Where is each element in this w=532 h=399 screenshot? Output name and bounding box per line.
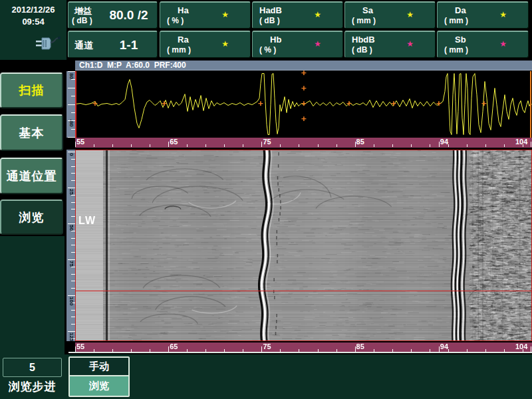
mode-browse-button[interactable]: 浏览 <box>70 376 128 396</box>
readout-name: Da <box>455 5 466 15</box>
x-axis-tick-label: 75 <box>263 342 271 350</box>
gain-cell[interactable]: 增益 ( dB ) 80.0 /2 <box>68 1 158 29</box>
channel-cell[interactable]: 通道 1-1 <box>68 31 158 58</box>
channel-value: 1-1 <box>100 38 157 53</box>
step-value: 5 <box>29 362 35 374</box>
readout-name: Sb <box>455 35 466 45</box>
readout-cell-ha: Ha ( % ) ★ <box>160 1 251 29</box>
status-star-icon: ★ <box>314 10 321 19</box>
y-axis-label: -80 <box>68 119 74 127</box>
readout-name: Hb <box>270 35 281 45</box>
readout-name: Ha <box>178 5 189 15</box>
menu-button-basic[interactable]: 基本 <box>0 114 63 151</box>
menu-sidebar: 扫描 基本 通道位置 浏览 <box>0 60 65 236</box>
gate-cross-marker: + <box>92 99 98 108</box>
x-axis-tick-label: 65 <box>170 138 178 146</box>
bscan-plot: LW <box>75 150 532 341</box>
readout-name: HbdB <box>352 35 375 45</box>
x-axis-tick-label: 55 <box>76 342 84 350</box>
readout-cell-ra: Ra ( mm ) ★ <box>160 31 251 58</box>
y-axis-tick-label: 50 <box>68 225 74 231</box>
wave-mode-label: LW <box>78 215 96 227</box>
ascan-left-cursor-line <box>75 71 76 138</box>
readout-name: Ra <box>178 35 189 45</box>
menu-button-label: 基本 <box>19 125 45 141</box>
menu-button-label: 浏览 <box>19 209 45 225</box>
gate-cross-marker: + <box>481 99 487 108</box>
y-axis-tick-label: 75 <box>68 261 74 267</box>
mode-group: 手动 浏览 <box>68 356 130 397</box>
status-star-icon: ★ <box>406 10 414 19</box>
gate-cross-marker: + <box>301 114 307 123</box>
gate-cross-marker: + <box>391 99 396 108</box>
x-axis-tick-label: 94 <box>440 138 448 146</box>
status-star-icon: ★ <box>314 39 321 49</box>
status-star-icon: ★ <box>499 10 507 19</box>
menu-button-label: 扫描 <box>19 82 45 98</box>
status-star-icon: ★ <box>406 39 414 49</box>
bscan-x-axis: 5565758594104 <box>75 342 532 352</box>
readout-unit: ( % ) <box>167 16 184 25</box>
x-axis-tick-label: 104 <box>515 138 527 146</box>
gate-cross-marker: + <box>258 99 263 108</box>
menu-button-channel-position[interactable]: 通道位置 <box>0 158 63 194</box>
readout-unit: ( mm ) <box>352 16 376 25</box>
readout-name: Sa <box>362 5 373 15</box>
y-axis-tick-label: 25 <box>68 189 74 195</box>
readout-unit: ( dB ) <box>352 45 372 55</box>
gate-cross-marker: + <box>346 99 352 108</box>
ascan-x-axis: 5565758594104 <box>75 138 532 148</box>
status-star-icon: ★ <box>221 39 229 49</box>
readout-cell-hbdb: HbdB ( dB ) ★ <box>344 31 436 58</box>
step-value-box[interactable]: 5 <box>3 358 62 377</box>
x-axis-tick-label: 55 <box>76 138 84 146</box>
readout-cell-sa: Sa ( mm ) ★ <box>344 1 436 29</box>
y-axis-tick-label: 125 <box>68 332 74 341</box>
gate-cross-marker: + <box>162 99 167 108</box>
gain-value: 80.0 /2 <box>100 8 157 23</box>
x-axis-tick-label: 94 <box>440 342 448 350</box>
y-axis-label: 80 <box>68 73 74 79</box>
readout-unit: ( mm ) <box>167 45 191 55</box>
date-text: 2012/12/26 <box>0 5 66 15</box>
x-axis-tick-label: 85 <box>356 342 364 350</box>
gate-cross-marker: + <box>301 68 307 77</box>
readout-unit: ( dB ) <box>259 16 280 25</box>
x-axis-tick-label: 75 <box>263 138 271 146</box>
y-axis-tick-label: 0 <box>68 153 74 156</box>
channel-label: 通道 <box>74 40 93 52</box>
y-axis-tick-label: 100 <box>68 297 74 305</box>
gate-cross-marker: + <box>301 84 307 92</box>
menu-button-scan[interactable]: 扫描 <box>0 72 63 108</box>
menu-button-label: 通道位置 <box>7 168 57 184</box>
x-axis-tick-label: 65 <box>170 342 178 350</box>
x-axis-tick-label: 104 <box>515 342 527 350</box>
readout-cell-hadb: HadB ( dB ) ★ <box>252 1 343 29</box>
readout-unit: ( mm ) <box>444 16 468 25</box>
gain-unit: ( dB ) <box>72 16 92 25</box>
readout-cell-hb: Hb ( % ) ★ <box>252 31 343 58</box>
x-axis-tick-label: 85 <box>356 138 364 146</box>
readout-cell-sb: Sb ( mm ) ★ <box>437 31 529 58</box>
ascan-right-gate-line[interactable] <box>530 71 531 138</box>
step-label: 浏览步进 <box>0 379 65 394</box>
power-plug-icon <box>35 35 61 53</box>
status-star-icon: ★ <box>221 10 229 19</box>
readout-cell-da: Da ( mm ) ★ <box>437 1 529 29</box>
readout-unit: ( % ) <box>259 45 276 55</box>
flaw-detector-screen: 2012/12/26 09:54 增益 ( dB ) 80.0 /2 通道 1-… <box>0 0 532 399</box>
ascan-amplitude-ruler: 80-80 <box>66 71 75 138</box>
datetime-block: 2012/12/26 09:54 <box>0 0 66 60</box>
readout-grid: 增益 ( dB ) 80.0 /2 通道 1-1 Ha ( % ) ★ HadB… <box>66 0 532 60</box>
menu-button-browse[interactable]: 浏览 <box>0 200 63 235</box>
bscan-depth-ruler: 0255075100125 <box>66 150 75 341</box>
bscan-image-canvas <box>75 150 532 341</box>
panel-divider-line <box>68 352 532 353</box>
mode-manual-button[interactable]: 手动 <box>70 358 128 376</box>
gate-cross-marker: + <box>301 99 307 108</box>
status-star-icon: ★ <box>499 39 507 49</box>
ascan-plot: +++++++++++ <box>75 71 532 138</box>
readout-name: HadB <box>259 5 282 15</box>
time-text: 09:54 <box>0 17 66 27</box>
gate-cross-marker: + <box>436 99 442 108</box>
